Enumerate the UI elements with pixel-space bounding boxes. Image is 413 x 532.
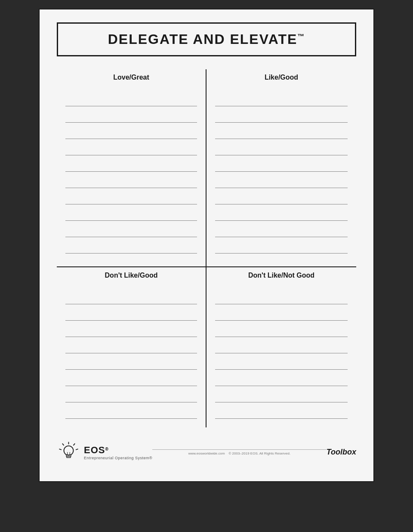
write-line[interactable]: [215, 221, 348, 237]
quadrant-dont-like-good: Don't Like/Good: [57, 267, 206, 427]
write-line[interactable]: [65, 237, 197, 254]
quadrant-like-good-header: Like/Good: [215, 74, 348, 81]
like-good-lines: [215, 90, 348, 254]
toolbox-label: Toolbox: [327, 448, 356, 457]
write-line[interactable]: [215, 204, 348, 221]
write-line[interactable]: [65, 106, 197, 123]
write-line[interactable]: [215, 321, 348, 337]
write-line[interactable]: [65, 337, 197, 353]
write-line[interactable]: [215, 90, 348, 106]
quadrant-grid: Love/Great Like/Good: [57, 69, 356, 427]
write-line[interactable]: [65, 370, 197, 386]
eos-lightbulb-icon: [57, 440, 80, 464]
eos-brand-name: EOS®: [84, 445, 152, 456]
quadrant-dont-like-good-header: Don't Like/Good: [65, 272, 197, 279]
document-page: DELEGATE AND ELEVATE™ Love/Great Like/Go…: [39, 9, 374, 482]
write-line[interactable]: [65, 123, 197, 139]
title-box: DELEGATE AND ELEVATE™: [57, 22, 356, 56]
quadrant-like-good: Like/Good: [206, 69, 356, 267]
footer-center: www.eosworldwide.com © 2003–2019 EOS. Al…: [152, 449, 326, 455]
write-line[interactable]: [215, 155, 348, 172]
title-text: DELEGATE AND ELEVATE: [108, 31, 298, 47]
quadrant-love-great: Love/Great: [57, 69, 206, 267]
write-line[interactable]: [65, 402, 197, 419]
write-line[interactable]: [65, 321, 197, 337]
eos-subtitle: Entrepreneurial Operating System®: [84, 456, 152, 460]
write-line[interactable]: [215, 370, 348, 386]
dont-like-good-lines: [65, 288, 197, 419]
write-line[interactable]: [215, 288, 348, 304]
write-line[interactable]: [215, 172, 348, 188]
write-line[interactable]: [65, 204, 197, 221]
quadrant-love-great-header: Love/Great: [65, 74, 197, 81]
love-great-lines: [65, 90, 197, 254]
footer-website: www.eosworldwide.com: [188, 452, 225, 455]
write-line[interactable]: [215, 106, 348, 123]
svg-line-4: [59, 449, 62, 450]
write-line[interactable]: [65, 221, 197, 237]
write-line[interactable]: [65, 386, 197, 402]
write-line[interactable]: [65, 288, 197, 304]
write-line[interactable]: [215, 188, 348, 204]
svg-line-2: [76, 449, 78, 450]
write-line[interactable]: [65, 188, 197, 204]
write-line[interactable]: [65, 304, 197, 321]
quadrant-dont-like-not-good-header: Don't Like/Not Good: [215, 272, 348, 279]
eos-logo: EOS® Entrepreneurial Operating System®: [57, 440, 152, 464]
write-line[interactable]: [215, 304, 348, 321]
write-line[interactable]: [215, 402, 348, 419]
write-line[interactable]: [65, 172, 197, 188]
write-line[interactable]: [215, 139, 348, 155]
write-line[interactable]: [65, 139, 197, 155]
write-line[interactable]: [65, 90, 197, 106]
footer-divider: [152, 449, 326, 450]
write-line[interactable]: [215, 353, 348, 370]
page-title: DELEGATE AND ELEVATE™: [108, 31, 305, 47]
write-line[interactable]: [215, 123, 348, 139]
svg-line-1: [74, 443, 75, 445]
quadrant-dont-like-not-good: Don't Like/Not Good: [206, 267, 356, 427]
svg-rect-7: [67, 457, 71, 458]
footer-copyright: © 2003–2019 EOS. All Rights Reserved.: [228, 452, 290, 455]
write-line[interactable]: [215, 386, 348, 402]
write-line[interactable]: [65, 353, 197, 370]
trademark-symbol: ™: [297, 33, 305, 40]
footer: EOS® Entrepreneurial Operating System® w…: [57, 436, 356, 464]
dont-like-not-good-lines: [215, 288, 348, 419]
write-line[interactable]: [65, 155, 197, 172]
eos-text-block: EOS® Entrepreneurial Operating System®: [84, 445, 152, 460]
write-line[interactable]: [215, 337, 348, 353]
svg-point-5: [64, 446, 74, 455]
svg-line-3: [62, 443, 64, 445]
write-line[interactable]: [215, 237, 348, 254]
